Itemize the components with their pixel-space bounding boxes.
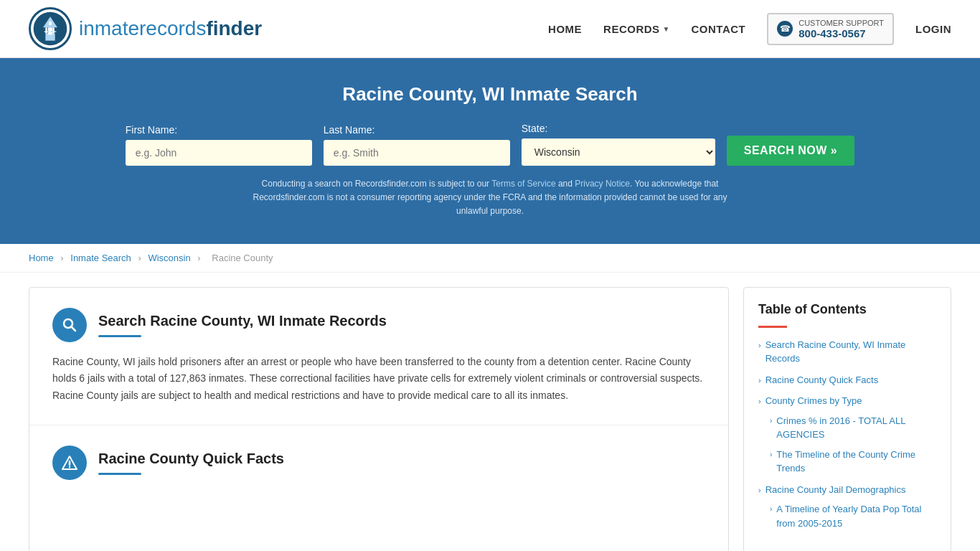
breadcrumb-sep-3: › bbox=[197, 253, 200, 263]
svg-point-13 bbox=[69, 466, 70, 468]
state-label: State: bbox=[522, 123, 548, 134]
section-search-records: Search Racine County, WI Inmate Records … bbox=[29, 288, 728, 425]
logo-text: inmaterecordsfinder bbox=[79, 17, 262, 40]
section-quick-facts: Racine County Quick Facts bbox=[29, 425, 728, 512]
support-info: CUSTOMER SUPPORT 800-433-0567 bbox=[798, 19, 884, 39]
nav-records[interactable]: RECORDS bbox=[603, 23, 660, 35]
toc-sub-link[interactable]: ›A Timeline of Yearly Data Pop Total fro… bbox=[770, 502, 936, 530]
toc-chevron-icon: › bbox=[758, 375, 761, 387]
last-name-input[interactable] bbox=[324, 140, 510, 166]
toc-sub-list: ›Crimes % in 2016 - TOTAL ALL AGENCIES›T… bbox=[758, 414, 936, 476]
breadcrumb-county: Racine County bbox=[212, 253, 273, 263]
breadcrumb-sep-1: › bbox=[60, 253, 63, 263]
toc-link[interactable]: ›Racine County Jail Demographics bbox=[758, 483, 936, 497]
toc-chevron-icon: › bbox=[758, 484, 761, 496]
alert-icon bbox=[52, 446, 87, 480]
toc-item: ›Racine County Jail Demographics›A Timel… bbox=[758, 483, 936, 531]
svg-rect-4 bbox=[49, 22, 51, 25]
search-form: First Name: Last Name: State: AlabamaAla… bbox=[29, 123, 951, 166]
toc-chevron-icon: › bbox=[758, 339, 761, 352]
nav-records-wrapper[interactable]: RECORDS ▼ bbox=[603, 23, 669, 35]
logo-area: inmaterecordsfinder bbox=[29, 7, 262, 50]
toc-sub-link[interactable]: ›The Timeline of the County Crime Trends bbox=[770, 448, 936, 476]
section-1-title: Search Racine County, WI Inmate Records bbox=[98, 313, 387, 329]
section-1-underline bbox=[98, 335, 141, 337]
main-container: Search Racine County, WI Inmate Records … bbox=[0, 273, 980, 551]
nav-login[interactable]: LOGIN bbox=[915, 23, 951, 35]
toc-sub-item: ›The Timeline of the County Crime Trends bbox=[770, 448, 936, 476]
toc-sub-list: ›A Timeline of Yearly Data Pop Total fro… bbox=[758, 502, 936, 530]
breadcrumb: Home › Inmate Search › Wisconsin › Racin… bbox=[0, 244, 980, 273]
records-chevron-icon: ▼ bbox=[663, 25, 670, 33]
section-2-title: Racine County Quick Facts bbox=[98, 451, 284, 467]
section-2-title-block: Racine County Quick Facts bbox=[98, 451, 284, 475]
toc-item: ›County Crimes by Type›Crimes % in 2016 … bbox=[758, 394, 936, 476]
breadcrumb-sep-2: › bbox=[138, 253, 141, 263]
section-2-header: Racine County Quick Facts bbox=[52, 446, 705, 480]
last-name-label: Last Name: bbox=[324, 124, 375, 136]
toc-title: Table of Contents bbox=[758, 302, 936, 317]
content-area: Search Racine County, WI Inmate Records … bbox=[29, 287, 729, 551]
toc-sub-chevron-icon: › bbox=[770, 415, 772, 426]
section-1-header: Search Racine County, WI Inmate Records bbox=[52, 308, 705, 342]
svg-rect-8 bbox=[52, 27, 55, 33]
first-name-input[interactable] bbox=[126, 140, 312, 166]
support-phone: 800-433-0567 bbox=[798, 27, 884, 39]
logo-icon bbox=[29, 7, 72, 50]
section-1-body: Racine County, WI jails hold prisoners a… bbox=[52, 354, 705, 405]
section-1-title-block: Search Racine County, WI Inmate Records bbox=[98, 313, 387, 337]
search-icon bbox=[52, 308, 87, 342]
disclaimer-text: Conducting a search on Recordsfinder.com… bbox=[239, 177, 741, 219]
svg-rect-7 bbox=[49, 27, 51, 33]
support-label: CUSTOMER SUPPORT bbox=[798, 19, 884, 27]
toc-sub-link[interactable]: ›Crimes % in 2016 - TOTAL ALL AGENCIES bbox=[770, 414, 936, 442]
terms-link[interactable]: Terms of Service bbox=[491, 179, 555, 189]
nav-contact[interactable]: CONTACT bbox=[692, 23, 746, 35]
svg-line-10 bbox=[72, 326, 76, 331]
toc-list: ›Search Racine County, WI Inmate Records… bbox=[758, 338, 936, 531]
toc-sub-chevron-icon: › bbox=[770, 449, 772, 460]
headset-icon: ☎ bbox=[777, 21, 793, 37]
last-name-group: Last Name: bbox=[324, 124, 510, 166]
nav-home[interactable]: HOME bbox=[548, 23, 582, 35]
state-select[interactable]: AlabamaAlaskaArizonaArkansasCaliforniaCo… bbox=[522, 138, 715, 166]
breadcrumb-home[interactable]: Home bbox=[29, 253, 54, 263]
toc-sub-item: ›Crimes % in 2016 - TOTAL ALL AGENCIES bbox=[770, 414, 936, 442]
toc-sub-chevron-icon: › bbox=[770, 504, 772, 514]
toc-divider bbox=[758, 326, 787, 328]
svg-rect-6 bbox=[45, 27, 47, 33]
sidebar-toc: Table of Contents ›Search Racine County,… bbox=[743, 287, 951, 551]
toc-link[interactable]: ›Racine County Quick Facts bbox=[758, 373, 936, 387]
breadcrumb-state[interactable]: Wisconsin bbox=[148, 253, 190, 263]
toc-item: ›Search Racine County, WI Inmate Records bbox=[758, 338, 936, 366]
first-name-label: First Name: bbox=[126, 124, 177, 136]
toc-sub-item: ›A Timeline of Yearly Data Pop Total fro… bbox=[770, 502, 936, 530]
site-header: inmaterecordsfinder HOME RECORDS ▼ CONTA… bbox=[0, 0, 980, 58]
main-nav: HOME RECORDS ▼ CONTACT ☎ CUSTOMER SUPPOR… bbox=[548, 13, 951, 45]
toc-link[interactable]: ›County Crimes by Type bbox=[758, 394, 936, 408]
toc-item: ›Racine County Quick Facts bbox=[758, 373, 936, 387]
hero-title: Racine County, WI Inmate Search bbox=[29, 83, 951, 105]
search-now-button[interactable]: SEARCH NOW » bbox=[727, 136, 854, 166]
state-group: State: AlabamaAlaskaArizonaArkansasCalif… bbox=[522, 123, 715, 166]
first-name-group: First Name: bbox=[126, 124, 312, 166]
breadcrumb-inmate-search[interactable]: Inmate Search bbox=[70, 253, 131, 263]
toc-chevron-icon: › bbox=[758, 395, 761, 408]
customer-support-box[interactable]: ☎ CUSTOMER SUPPORT 800-433-0567 bbox=[767, 13, 894, 45]
hero-section: Racine County, WI Inmate Search First Na… bbox=[0, 58, 980, 244]
toc-link[interactable]: ›Search Racine County, WI Inmate Records bbox=[758, 338, 936, 366]
section-2-underline bbox=[98, 473, 141, 475]
privacy-link[interactable]: Privacy Notice bbox=[575, 179, 630, 189]
